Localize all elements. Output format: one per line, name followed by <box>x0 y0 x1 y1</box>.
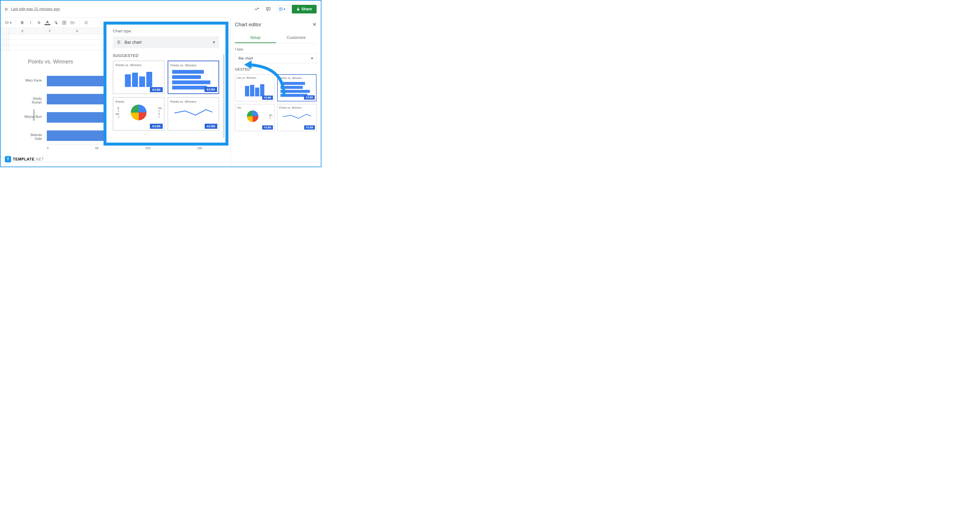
range-badge: A3:B6 <box>205 124 217 129</box>
sidebar-header: Chart editor ✕ <box>235 22 317 27</box>
chart-thumb-pie[interactable]: ints Ma S A3:B6 <box>235 104 275 131</box>
fill-color-button[interactable] <box>53 20 59 26</box>
thumb-viz <box>279 110 315 123</box>
thumb-title: Points vs. Winners <box>170 100 217 103</box>
chart-type-label: t type <box>235 48 317 51</box>
tab-customize[interactable]: Customize <box>276 33 317 43</box>
strikethrough-button[interactable]: S <box>36 20 42 26</box>
merge-button[interactable]: ▾ <box>70 20 76 26</box>
thumb-viz <box>116 68 162 87</box>
bar-category-label: Shelly Ronan <box>23 97 44 104</box>
chart-type-popup: Chart type Bar chart ▾ SUGGESTED Points … <box>103 22 228 145</box>
x-tick: 100 <box>145 146 150 149</box>
bar-chart-icon <box>117 40 122 45</box>
present-button[interactable]: ▾ <box>276 5 288 13</box>
text-color-button[interactable]: A <box>45 21 50 25</box>
x-tick: 50 <box>95 146 99 149</box>
logo-icon: T <box>5 156 11 163</box>
sidebar-title: Chart editor <box>235 22 261 27</box>
x-tick: 0 <box>47 146 48 149</box>
popup-thumb-column[interactable]: Points vs. Winners A3:B6 <box>113 61 165 94</box>
popup-suggested-label: SUGGESTED <box>113 53 219 58</box>
borders-button[interactable] <box>61 20 67 26</box>
tab-setup[interactable]: Setup <box>235 33 276 43</box>
chart-thumb-bar[interactable]: Points vs. Winners A3:B6 <box>277 74 317 102</box>
popup-chart-type-label: Chart type <box>113 29 219 33</box>
thumb-title: Points <box>116 100 162 103</box>
bar-category-label: Wayne Burt <box>23 115 44 119</box>
range-badge: A3:B6 <box>262 125 273 129</box>
thumb-title: Points vs. Winners <box>279 106 315 109</box>
font-size-selector[interactable]: 10 ▾ <box>5 21 11 25</box>
row-num[interactable] <box>1 40 9 45</box>
corner-cell[interactable] <box>1 28 9 34</box>
range-badge: A3:B6 <box>304 125 315 129</box>
top-right: ▾ Share <box>253 5 317 13</box>
close-icon[interactable]: ✕ <box>312 22 317 27</box>
thumb-viz <box>237 81 272 96</box>
align-button[interactable] <box>83 20 89 26</box>
chart-editor-sidebar: Chart editor ✕ Setup Customize t type Ba… <box>231 18 321 167</box>
row-num[interactable] <box>1 45 9 50</box>
row-num[interactable] <box>1 34 9 40</box>
thumb-title: Points vs. Winners <box>116 63 162 67</box>
top-left: lp Last edit was 21 minutes ago <box>5 7 60 11</box>
range-badge: A3:B6 <box>150 87 162 92</box>
thumb-viz <box>131 105 146 120</box>
range-badge: A3:B6 <box>204 87 217 92</box>
popup-thumb-bar[interactable]: Points vs. Winners A3:B6 <box>167 61 220 94</box>
thumb-viz <box>247 110 258 122</box>
bar-category-label: Mary Kane <box>23 78 44 82</box>
comment-icon[interactable] <box>264 5 272 13</box>
thumb-title: Points vs. Winners <box>280 77 315 80</box>
x-tick: 150 <box>197 146 202 149</box>
popup-thumb-line[interactable]: Points vs. Winners A3:B6 <box>167 97 220 131</box>
top-bar: lp Last edit was 21 minutes ago ▾ Share <box>1 1 321 18</box>
trend-icon[interactable] <box>253 5 260 13</box>
chevron-down-icon: ▾ <box>213 40 215 45</box>
x-axis-label: Points <box>47 166 206 167</box>
chart-thumb-line[interactable]: Points vs. Winners A3:B6 <box>277 104 317 131</box>
bar-category-label: Belinda Dale <box>23 133 44 141</box>
thumb-title: Points vs. Winners <box>170 64 216 67</box>
column-e[interactable]: E <box>9 28 36 34</box>
last-edit-link[interactable]: Last edit was 21 minutes ago <box>11 7 60 11</box>
popup-chart-type-dropdown[interactable]: Bar chart ▾ <box>113 36 219 48</box>
template-logo: T TEMPLATE.NET <box>5 156 44 163</box>
share-button[interactable]: Share <box>292 5 317 13</box>
chevron-down-icon: ▾ <box>311 56 313 61</box>
range-badge: A3:B6 <box>150 124 162 129</box>
column-f[interactable]: F <box>36 28 64 34</box>
logo-text: TEMPLATE.NET <box>13 157 44 161</box>
popup-thumbnails: Points vs. Winners A3:B6 Points vs. Winn… <box>113 61 219 131</box>
chevron-down-icon: ▾ <box>284 7 285 11</box>
share-label: Share <box>301 7 312 11</box>
popup-thumb-pie[interactable]: Points B 2 Wa 2 Ma 2 S 2 A3:B6 <box>113 97 165 131</box>
italic-button[interactable]: I <box>28 20 33 26</box>
thumb-title: ints vs. Winners <box>237 76 272 80</box>
sidebar-tabs: Setup Customize <box>235 33 317 43</box>
divider <box>15 20 16 25</box>
suggested-thumbnails: ints vs. Winners A3:B6 Points vs. Winner… <box>235 74 317 131</box>
help-menu[interactable]: lp <box>5 7 8 11</box>
range-badge: A3:B6 <box>262 96 273 100</box>
bold-button[interactable]: B <box>19 20 25 26</box>
chevron-down-icon: ▾ <box>10 21 11 25</box>
thumb-title: ints <box>237 106 272 109</box>
range-badge: A3:B6 <box>304 96 315 100</box>
chart-type-dropdown[interactable]: Bar chart ▾ <box>235 53 317 63</box>
suggested-label: GESTED <box>235 67 317 72</box>
column-g[interactable]: G <box>64 28 91 34</box>
chart-thumb-column[interactable]: ints vs. Winners A3:B6 <box>235 74 275 102</box>
thumb-viz <box>170 105 217 121</box>
scrollbar[interactable] <box>223 54 224 138</box>
svg-rect-0 <box>266 7 270 10</box>
